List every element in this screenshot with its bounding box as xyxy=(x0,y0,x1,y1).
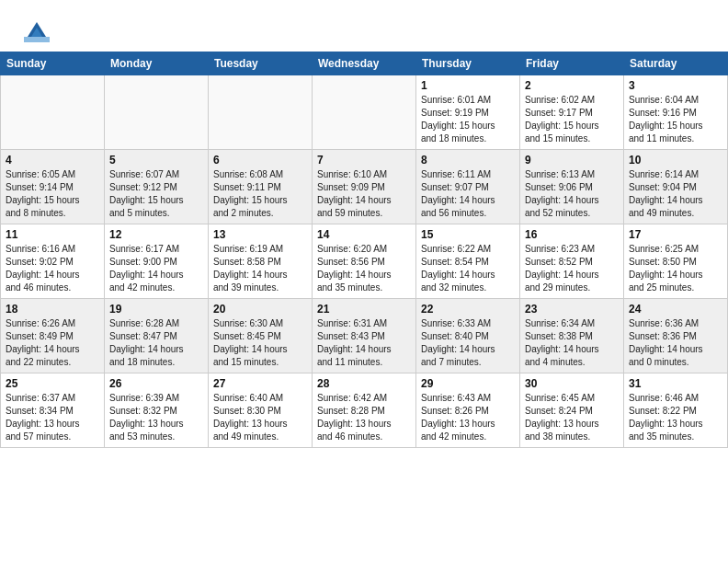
calendar-cell: 19Sunrise: 6:28 AM Sunset: 8:47 PM Dayli… xyxy=(105,299,209,373)
day-info: Sunrise: 6:13 AM Sunset: 9:06 PM Dayligh… xyxy=(525,168,619,220)
calendar-cell: 6Sunrise: 6:08 AM Sunset: 9:11 PM Daylig… xyxy=(209,150,313,224)
day-info: Sunrise: 6:20 AM Sunset: 8:56 PM Dayligh… xyxy=(317,243,411,294)
day-info: Sunrise: 6:40 AM Sunset: 8:30 PM Dayligh… xyxy=(213,392,307,443)
calendar-week-row: 1Sunrise: 6:01 AM Sunset: 9:19 PM Daylig… xyxy=(1,75,728,150)
calendar-cell: 24Sunrise: 6:36 AM Sunset: 8:36 PM Dayli… xyxy=(624,299,728,373)
day-info: Sunrise: 6:10 AM Sunset: 9:09 PM Dayligh… xyxy=(317,168,411,220)
day-info: Sunrise: 6:07 AM Sunset: 9:12 PM Dayligh… xyxy=(109,168,203,220)
day-info: Sunrise: 6:01 AM Sunset: 9:19 PM Dayligh… xyxy=(421,94,515,145)
calendar-cell: 3Sunrise: 6:04 AM Sunset: 9:16 PM Daylig… xyxy=(624,75,728,150)
day-info: Sunrise: 6:31 AM Sunset: 8:43 PM Dayligh… xyxy=(317,317,411,369)
calendar-cell: 29Sunrise: 6:43 AM Sunset: 8:26 PM Dayli… xyxy=(416,373,520,448)
day-info: Sunrise: 6:11 AM Sunset: 9:07 PM Dayligh… xyxy=(421,168,515,220)
day-number: 27 xyxy=(213,377,307,390)
day-number: 30 xyxy=(525,377,619,390)
calendar-week-row: 18Sunrise: 6:26 AM Sunset: 8:49 PM Dayli… xyxy=(1,299,728,373)
day-number: 13 xyxy=(213,228,307,241)
calendar-week-row: 25Sunrise: 6:37 AM Sunset: 8:34 PM Dayli… xyxy=(1,373,728,448)
calendar-cell xyxy=(209,75,313,150)
calendar-header-monday: Monday xyxy=(105,52,209,75)
day-number: 24 xyxy=(629,303,722,316)
calendar-cell: 17Sunrise: 6:25 AM Sunset: 8:50 PM Dayli… xyxy=(624,224,728,299)
day-info: Sunrise: 6:26 AM Sunset: 8:49 PM Dayligh… xyxy=(6,317,99,369)
calendar-cell: 28Sunrise: 6:42 AM Sunset: 8:28 PM Dayli… xyxy=(313,373,416,448)
calendar-week-row: 11Sunrise: 6:16 AM Sunset: 9:02 PM Dayli… xyxy=(1,224,728,299)
day-number: 17 xyxy=(629,228,722,241)
page-header xyxy=(0,0,728,52)
logo-icon xyxy=(24,17,50,42)
day-number: 29 xyxy=(421,377,515,390)
day-info: Sunrise: 6:05 AM Sunset: 9:14 PM Dayligh… xyxy=(6,168,99,220)
calendar-header-saturday: Saturday xyxy=(624,52,728,75)
day-number: 25 xyxy=(6,377,99,390)
calendar-cell xyxy=(105,75,209,150)
day-number: 22 xyxy=(421,303,515,316)
day-number: 10 xyxy=(629,154,722,167)
day-number: 23 xyxy=(525,303,619,316)
calendar-cell: 4Sunrise: 6:05 AM Sunset: 9:14 PM Daylig… xyxy=(1,150,105,224)
day-info: Sunrise: 6:46 AM Sunset: 8:22 PM Dayligh… xyxy=(629,392,722,443)
day-info: Sunrise: 6:34 AM Sunset: 8:38 PM Dayligh… xyxy=(525,317,619,369)
day-info: Sunrise: 6:37 AM Sunset: 8:34 PM Dayligh… xyxy=(6,392,99,443)
calendar-cell: 2Sunrise: 6:02 AM Sunset: 9:17 PM Daylig… xyxy=(520,75,624,150)
calendar-cell: 14Sunrise: 6:20 AM Sunset: 8:56 PM Dayli… xyxy=(313,224,416,299)
day-info: Sunrise: 6:02 AM Sunset: 9:17 PM Dayligh… xyxy=(525,94,619,145)
day-info: Sunrise: 6:23 AM Sunset: 8:52 PM Dayligh… xyxy=(525,243,619,294)
day-number: 28 xyxy=(317,377,411,390)
day-number: 11 xyxy=(6,228,99,241)
calendar-cell: 22Sunrise: 6:33 AM Sunset: 8:40 PM Dayli… xyxy=(416,299,520,373)
calendar-cell: 15Sunrise: 6:22 AM Sunset: 8:54 PM Dayli… xyxy=(416,224,520,299)
calendar-header-thursday: Thursday xyxy=(416,52,520,75)
day-number: 7 xyxy=(317,154,411,167)
day-number: 2 xyxy=(525,79,619,92)
day-number: 19 xyxy=(109,303,203,316)
calendar-header-tuesday: Tuesday xyxy=(209,52,313,75)
day-info: Sunrise: 6:22 AM Sunset: 8:54 PM Dayligh… xyxy=(421,243,515,294)
day-number: 9 xyxy=(525,154,619,167)
calendar-cell: 30Sunrise: 6:45 AM Sunset: 8:24 PM Dayli… xyxy=(520,373,624,448)
calendar-cell: 9Sunrise: 6:13 AM Sunset: 9:06 PM Daylig… xyxy=(520,150,624,224)
day-info: Sunrise: 6:33 AM Sunset: 8:40 PM Dayligh… xyxy=(421,317,515,369)
day-number: 4 xyxy=(6,154,99,167)
day-info: Sunrise: 6:45 AM Sunset: 8:24 PM Dayligh… xyxy=(525,392,619,443)
day-number: 14 xyxy=(317,228,411,241)
calendar-header-friday: Friday xyxy=(520,52,624,75)
day-number: 5 xyxy=(109,154,203,167)
day-number: 15 xyxy=(421,228,515,241)
calendar-cell: 7Sunrise: 6:10 AM Sunset: 9:09 PM Daylig… xyxy=(313,150,416,224)
calendar-cell: 16Sunrise: 6:23 AM Sunset: 8:52 PM Dayli… xyxy=(520,224,624,299)
calendar-cell: 18Sunrise: 6:26 AM Sunset: 8:49 PM Dayli… xyxy=(1,299,105,373)
day-info: Sunrise: 6:16 AM Sunset: 9:02 PM Dayligh… xyxy=(6,243,99,294)
day-number: 12 xyxy=(109,228,203,241)
calendar-cell: 21Sunrise: 6:31 AM Sunset: 8:43 PM Dayli… xyxy=(313,299,416,373)
day-number: 6 xyxy=(213,154,307,167)
day-info: Sunrise: 6:36 AM Sunset: 8:36 PM Dayligh… xyxy=(629,317,722,369)
day-info: Sunrise: 6:42 AM Sunset: 8:28 PM Dayligh… xyxy=(317,392,411,443)
day-info: Sunrise: 6:39 AM Sunset: 8:32 PM Dayligh… xyxy=(109,392,203,443)
day-info: Sunrise: 6:30 AM Sunset: 8:45 PM Dayligh… xyxy=(213,317,307,369)
day-number: 3 xyxy=(629,79,722,92)
day-number: 31 xyxy=(629,377,722,390)
day-info: Sunrise: 6:43 AM Sunset: 8:26 PM Dayligh… xyxy=(421,392,515,443)
calendar-cell: 12Sunrise: 6:17 AM Sunset: 9:00 PM Dayli… xyxy=(105,224,209,299)
calendar-cell: 31Sunrise: 6:46 AM Sunset: 8:22 PM Dayli… xyxy=(624,373,728,448)
calendar-header-row: SundayMondayTuesdayWednesdayThursdayFrid… xyxy=(1,52,728,75)
calendar-cell: 25Sunrise: 6:37 AM Sunset: 8:34 PM Dayli… xyxy=(1,373,105,448)
calendar-week-row: 4Sunrise: 6:05 AM Sunset: 9:14 PM Daylig… xyxy=(1,150,728,224)
day-info: Sunrise: 6:25 AM Sunset: 8:50 PM Dayligh… xyxy=(629,243,722,294)
calendar-cell: 20Sunrise: 6:30 AM Sunset: 8:45 PM Dayli… xyxy=(209,299,313,373)
day-number: 16 xyxy=(525,228,619,241)
calendar-cell: 23Sunrise: 6:34 AM Sunset: 8:38 PM Dayli… xyxy=(520,299,624,373)
calendar-cell: 8Sunrise: 6:11 AM Sunset: 9:07 PM Daylig… xyxy=(416,150,520,224)
day-number: 18 xyxy=(6,303,99,316)
svg-marker-1 xyxy=(24,28,50,42)
logo xyxy=(22,17,50,42)
calendar-cell: 26Sunrise: 6:39 AM Sunset: 8:32 PM Dayli… xyxy=(105,373,209,448)
calendar-cell xyxy=(1,75,105,150)
day-info: Sunrise: 6:28 AM Sunset: 8:47 PM Dayligh… xyxy=(109,317,203,369)
day-info: Sunrise: 6:19 AM Sunset: 8:58 PM Dayligh… xyxy=(213,243,307,294)
day-number: 20 xyxy=(213,303,307,316)
calendar-cell: 1Sunrise: 6:01 AM Sunset: 9:19 PM Daylig… xyxy=(416,75,520,150)
day-info: Sunrise: 6:14 AM Sunset: 9:04 PM Dayligh… xyxy=(629,168,722,220)
calendar-cell: 13Sunrise: 6:19 AM Sunset: 8:58 PM Dayli… xyxy=(209,224,313,299)
